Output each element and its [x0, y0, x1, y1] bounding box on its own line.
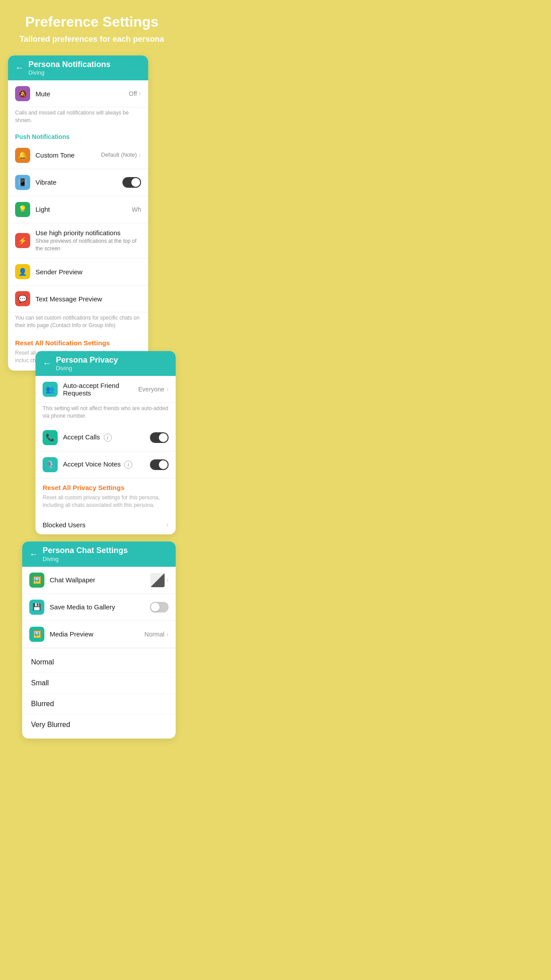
- notifications-subtitle: Diving: [28, 69, 110, 76]
- page-header: Preference Settings Tailored preferences…: [0, 0, 184, 55]
- reset-notifications-button[interactable]: Reset All Notification Settings: [8, 334, 148, 348]
- high-priority-row[interactable]: ⚡ Use high priority notifications Show p…: [8, 223, 148, 259]
- notifications-title: Persona Notifications: [28, 60, 110, 70]
- media-preview-value: Normal: [145, 631, 165, 638]
- chat-settings-card: ← Persona Chat Settings Diving 🖼️ Chat W…: [22, 541, 176, 739]
- reset-privacy-desc: Reset all custom privacy settings for th…: [35, 493, 176, 515]
- custom-note: You can set custom notifications for spe…: [8, 312, 148, 334]
- privacy-card-header: ← Persona Privacy Diving: [35, 351, 176, 376]
- wallpaper-label: Chat Wallpaper: [50, 576, 145, 584]
- page-title: Preference Settings: [9, 14, 175, 30]
- wallpaper-chevron: ›: [166, 576, 169, 584]
- save-media-label: Save Media to Gallery: [50, 603, 145, 611]
- accept-voice-toggle[interactable]: [150, 459, 169, 470]
- option-normal[interactable]: Normal: [22, 652, 176, 673]
- auto-accept-label: Auto-accept Friend Requests: [63, 382, 133, 397]
- accept-calls-toggle[interactable]: [150, 432, 169, 443]
- media-preview-dropdown: Normal Small Blurred Very Blurred: [22, 648, 176, 739]
- blocked-users-row[interactable]: Blocked Users ›: [35, 515, 176, 534]
- chat-back-button[interactable]: ←: [29, 549, 38, 559]
- option-small[interactable]: Small: [22, 673, 176, 694]
- notifications-card-header: ← Persona Notifications Diving: [8, 55, 148, 81]
- text-preview-label: Text Message Preview: [35, 295, 141, 303]
- mute-row[interactable]: 🔕 Mute Off ›: [8, 80, 148, 107]
- chat-subtitle: Diving: [43, 556, 128, 562]
- light-label: Light: [35, 205, 126, 213]
- accept-voice-row[interactable]: 🎙️ Accept Voice Notes i: [35, 451, 176, 478]
- notifications-back-button[interactable]: ←: [15, 63, 24, 73]
- auto-accept-row[interactable]: 👥 Auto-accept Friend Requests Everyone ›: [35, 376, 176, 403]
- media-preview-label: Media Preview: [50, 630, 139, 638]
- accept-voice-label: Accept Voice Notes i: [63, 460, 145, 469]
- privacy-card: ← Persona Privacy Diving 👥 Auto-accept F…: [35, 351, 176, 535]
- wallpaper-thumbnail: [150, 573, 165, 587]
- light-icon: 💡: [15, 202, 30, 217]
- privacy-title: Persona Privacy: [56, 356, 118, 365]
- high-priority-label: Use high priority notifications: [35, 229, 141, 237]
- custom-tone-row[interactable]: 🔔 Custom Tone Default (Note) ›: [8, 142, 148, 169]
- accept-calls-icon: 📞: [43, 430, 58, 445]
- reset-privacy-button[interactable]: Reset All Privacy Settings: [35, 478, 176, 493]
- accept-calls-label: Accept Calls i: [63, 433, 145, 442]
- blocked-users-chevron: ›: [166, 521, 169, 529]
- sender-preview-row[interactable]: 👤 Sender Preview: [8, 258, 148, 285]
- custom-tone-value: Default (Note): [101, 151, 137, 159]
- accept-calls-row[interactable]: 📞 Accept Calls i: [35, 424, 176, 451]
- vibrate-label: Vibrate: [35, 178, 117, 186]
- cards-container: ← Persona Notifications Diving 🔕 Mute Of…: [0, 55, 184, 739]
- save-media-icon: 💾: [29, 600, 44, 615]
- sender-preview-label: Sender Preview: [35, 268, 141, 276]
- high-priority-sub: Show previews of notifications at the to…: [35, 237, 141, 253]
- vibrate-icon: 📳: [15, 175, 30, 190]
- mute-label: Mute: [35, 90, 123, 98]
- mute-note: Calls and missed call notifications will…: [8, 107, 148, 129]
- vibrate-row[interactable]: 📳 Vibrate: [8, 169, 148, 196]
- vibrate-toggle[interactable]: [122, 177, 141, 188]
- blocked-users-label: Blocked Users: [43, 521, 161, 529]
- custom-tone-label: Custom Tone: [35, 151, 96, 159]
- text-preview-icon: 💬: [15, 291, 30, 306]
- mute-value: Off: [129, 90, 137, 97]
- media-preview-icon: 🖼️: [29, 627, 44, 642]
- auto-accept-icon: 👥: [43, 382, 58, 397]
- option-very-blurred[interactable]: Very Blurred: [22, 715, 176, 735]
- auto-accept-note: This setting will not affect friends who…: [35, 403, 176, 424]
- mute-chevron: ›: [139, 90, 141, 98]
- privacy-back-button[interactable]: ←: [43, 358, 51, 368]
- wallpaper-icon: 🖼️: [29, 573, 44, 588]
- media-preview-chevron: ›: [166, 630, 169, 638]
- high-priority-icon: ⚡: [15, 233, 30, 248]
- privacy-subtitle: Diving: [56, 365, 118, 371]
- page-subtitle: Tailored preferences for each persona: [9, 34, 175, 44]
- mute-icon: 🔕: [15, 86, 30, 101]
- sender-preview-icon: 👤: [15, 264, 30, 279]
- push-notifications-label: Push Notifications: [8, 129, 148, 142]
- chat-title: Persona Chat Settings: [43, 546, 128, 556]
- custom-tone-chevron: ›: [139, 151, 141, 159]
- accept-calls-info[interactable]: i: [104, 434, 112, 442]
- chat-wallpaper-row[interactable]: 🖼️ Chat Wallpaper ›: [22, 567, 176, 594]
- chat-card-header: ← Persona Chat Settings Diving: [22, 541, 176, 567]
- save-media-row[interactable]: 💾 Save Media to Gallery: [22, 594, 176, 621]
- media-preview-row[interactable]: 🖼️ Media Preview Normal ›: [22, 621, 176, 648]
- save-media-toggle[interactable]: [150, 602, 169, 612]
- auto-accept-value: Everyone: [138, 386, 165, 393]
- text-preview-row[interactable]: 💬 Text Message Preview: [8, 285, 148, 312]
- accept-voice-icon: 🎙️: [43, 457, 58, 472]
- custom-tone-icon: 🔔: [15, 148, 30, 163]
- light-value: Wh: [132, 206, 141, 213]
- accept-voice-info[interactable]: i: [124, 461, 132, 469]
- notifications-card: ← Persona Notifications Diving 🔕 Mute Of…: [8, 55, 148, 371]
- light-row[interactable]: 💡 Light Wh: [8, 196, 148, 223]
- auto-accept-chevron: ›: [166, 385, 169, 393]
- option-blurred[interactable]: Blurred: [22, 694, 176, 715]
